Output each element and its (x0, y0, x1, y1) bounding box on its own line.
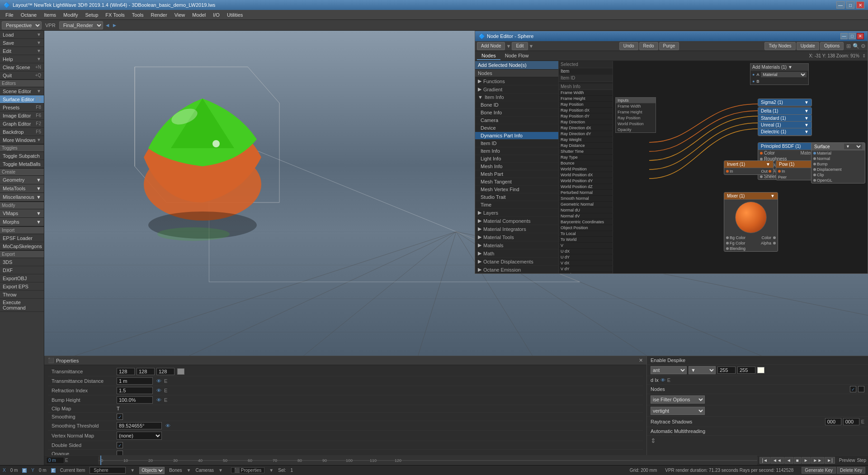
sidebar-btn-throw[interactable]: Throw (0, 291, 44, 299)
smoothing-threshold-input[interactable] (117, 422, 162, 429)
sidebar-btn-export-obj[interactable]: ExportOBJ (0, 274, 44, 282)
ne-tab-nodes[interactable]: Nodes (477, 52, 500, 60)
ne-group-functions[interactable]: ▶ Functions (475, 77, 558, 85)
ne-mat-a-select[interactable]: Material (761, 72, 807, 77)
ne-maximize-btn[interactable]: □ (849, 33, 856, 39)
ne-node-invert[interactable]: Invert (1) ▼ In Out (724, 160, 774, 175)
btn-skip-end[interactable]: ►| (825, 457, 835, 464)
ne-item-device[interactable]: Device (475, 124, 558, 132)
ne-item-item-info[interactable]: Item Info (475, 147, 558, 155)
eye-icon-4[interactable]: 👁 (165, 423, 170, 428)
eye-icon-1[interactable]: 👁 (156, 378, 161, 384)
ne-item-mesh-tangent[interactable]: Mesh Tangent (475, 178, 558, 186)
sidebar-btn-scene-editor[interactable]: Scene Editor ▼ (0, 87, 44, 95)
sidebar-btn-more-windows[interactable]: More Windows ▼ (0, 136, 44, 144)
chevron-left-icon[interactable]: ◄ (105, 22, 110, 28)
view-mode-select[interactable]: Perspective (2, 21, 42, 29)
sidebar-btn-toggle-subpatch[interactable]: Toggle Subpatch (0, 152, 44, 160)
sidebar-btn-dxf[interactable]: DXF (0, 266, 44, 274)
sidebar-group-morphs[interactable]: Morphs ▼ (0, 218, 44, 226)
cameras-arrow[interactable]: ▼ (218, 468, 223, 473)
rp-color-select[interactable]: ant (651, 366, 687, 374)
lower-panel-close[interactable]: ✕ (639, 357, 643, 363)
ne-item-item-id[interactable]: Item ID (475, 140, 558, 147)
eye-icon-3[interactable]: 👁 (156, 397, 161, 403)
rp-watertight-select[interactable]: vertight (651, 407, 705, 415)
sidebar-btn-epsf-loader[interactable]: EPSF Loader (0, 234, 44, 242)
rp-nodes-checkbox[interactable]: ✓ (850, 386, 856, 392)
menu-io[interactable]: I/O (209, 11, 223, 19)
sidebar-group-vmaps[interactable]: VMaps ▼ (0, 209, 44, 218)
sidebar-btn-help[interactable]: Help ▼ (0, 55, 44, 63)
btn-skip-start[interactable]: |◄ (760, 457, 770, 464)
sidebar-btn-quit[interactable]: Quit +Q (0, 71, 44, 80)
sidebar-btn-toggle-metaballs[interactable]: Toggle MetaBalls (0, 160, 44, 168)
eye-icon-2[interactable]: 👁 (156, 388, 161, 393)
delete-key-btn[interactable]: Delete Key (837, 467, 865, 474)
ne-group-octane-displacements[interactable]: ▶ Octane Displacements (475, 258, 558, 266)
ne-item-dynamics-part-info[interactable]: Dynamics Part Info (475, 132, 558, 140)
e-icon-3[interactable]: E (164, 397, 167, 403)
ne-group-math[interactable]: ▶ Math (475, 249, 558, 258)
transmittance-distance-input[interactable] (117, 377, 153, 385)
ne-group-material-components[interactable]: ▶ Material Components (475, 217, 558, 225)
ne-redo-btn[interactable]: Redo (639, 42, 658, 50)
menu-items[interactable]: Items (40, 11, 60, 19)
sidebar-group-miscellaneous[interactable]: Miscellaneous ▼ (0, 193, 44, 202)
ne-item-bone-id[interactable]: Bone ID (475, 101, 558, 109)
ne-update-btn[interactable]: Update (797, 42, 819, 50)
ne-add-selected-btn[interactable]: Add Selected Node(s) (475, 61, 558, 70)
ne-undo-btn[interactable]: Undo (619, 42, 638, 50)
current-item-select[interactable]: Sphere (90, 467, 126, 474)
sidebar-btn-save[interactable]: Save ▼ (0, 39, 44, 47)
props-arrow[interactable]: ▼ (269, 468, 274, 473)
ne-tidy-nodes-btn[interactable]: Tidy Nodes (764, 42, 795, 50)
ne-group-material-tools[interactable]: ▶ Material Tools (475, 233, 558, 241)
sidebar-btn-surface-editor[interactable]: Surface Editor F5 (0, 95, 44, 103)
ne-group-octane-emission[interactable]: ▶ Octane Emission (475, 266, 558, 273)
minimize-button[interactable]: — (836, 1, 844, 9)
maximize-button[interactable]: □ (846, 1, 854, 9)
ne-item-bone-info[interactable]: Bone Info (475, 109, 558, 117)
menu-model[interactable]: Model (189, 11, 209, 19)
ne-tab-node-flow[interactable]: Node Flow (500, 52, 533, 60)
menu-render[interactable]: Render (147, 11, 171, 19)
properties-btn[interactable]: ⬛ Properties (231, 467, 264, 473)
menu-modify[interactable]: Modify (60, 11, 81, 19)
ne-minimize-btn[interactable]: — (840, 33, 848, 39)
y-e-btn[interactable]: E (51, 468, 56, 473)
sidebar-btn-export-eps[interactable]: Export EPS (0, 282, 44, 291)
ne-node-sigma2[interactable]: Sigma2 (1) ▼ (758, 99, 812, 107)
ne-node-mixer[interactable]: Mixer (1) ▼ Bg Color Color (724, 192, 778, 252)
ne-close-btn[interactable]: ✕ (857, 33, 864, 39)
rp-filter-select[interactable]: ise Filter Options (651, 395, 705, 404)
double-sided-checkbox[interactable]: ✓ (117, 442, 123, 448)
rp-color-r[interactable] (717, 367, 736, 374)
e-icon-2[interactable]: E (164, 388, 167, 393)
sidebar-btn-image-editor[interactable]: Image Editor F6 (0, 112, 44, 120)
ne-group-layers[interactable]: ▶ Layers (475, 209, 558, 217)
refraction-input[interactable] (117, 387, 153, 394)
rp-rt-r[interactable] (825, 418, 841, 425)
objects-select[interactable]: Objects (139, 467, 165, 474)
rp-nodes-checkbox2[interactable] (858, 386, 864, 392)
ne-item-mesh-part[interactable]: Mesh Part (475, 170, 558, 178)
btn-play[interactable]: ► (802, 457, 811, 464)
vertex-normal-select[interactable]: (none) (117, 432, 162, 440)
rp-color-g[interactable] (737, 367, 755, 374)
sidebar-btn-load[interactable]: Load ▼ (0, 31, 44, 39)
frame-counter[interactable]: 0 m (46, 457, 64, 464)
ne-group-materials[interactable]: ▶ Materials (475, 241, 558, 249)
transmittance-color-swatch[interactable] (177, 368, 184, 375)
ne-group-material-integrators[interactable]: ▶ Material Integrators (475, 225, 558, 233)
ne-group-gradient[interactable]: ▶ Gradient (475, 85, 558, 94)
rp-rt-g[interactable] (843, 418, 859, 425)
transmittance-r-input[interactable] (117, 368, 135, 375)
x-e-btn[interactable]: E (22, 468, 27, 473)
ne-item-mesh-vertex-find[interactable]: Mesh Vertex Find (475, 186, 558, 193)
render-select[interactable]: Final_Render (59, 21, 103, 29)
ne-canvas[interactable]: Inputs Frame Width Frame Height Ray Posi… (613, 61, 868, 273)
transmittance-b-input[interactable] (156, 368, 175, 375)
btn-play-back[interactable]: ◄ (784, 457, 793, 464)
rp-color-swatch[interactable] (757, 367, 764, 373)
